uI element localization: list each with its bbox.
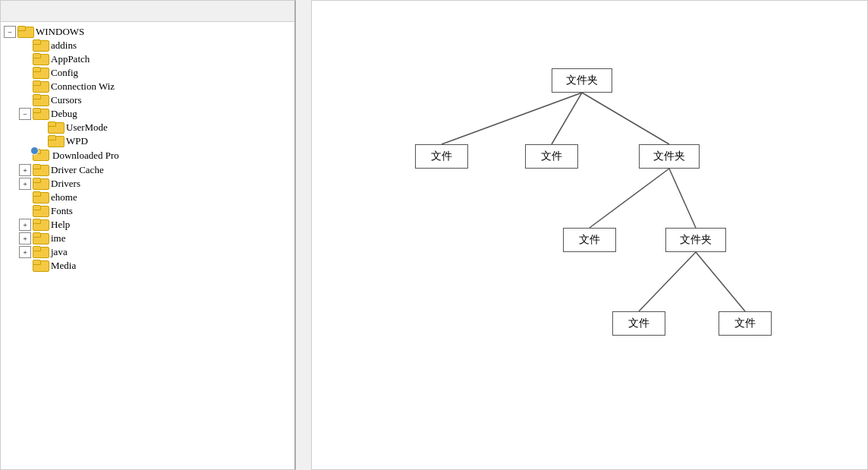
tree-item-label: Fonts	[51, 205, 73, 217]
diagram-node-label: 文件夹	[653, 150, 685, 163]
folder-icon	[33, 108, 48, 120]
folder-icon	[33, 246, 48, 258]
svg-line-2	[582, 93, 669, 144]
tree-item-label: Debug	[51, 108, 77, 120]
tree-item[interactable]: +Drivers	[1, 177, 294, 191]
diagram-node-label: 文件	[431, 150, 452, 163]
expand-placeholder	[19, 205, 31, 217]
expand-placeholder	[19, 67, 31, 79]
svg-line-6	[696, 252, 745, 311]
svg-line-4	[669, 169, 696, 228]
expand-placeholder	[19, 39, 31, 52]
tree-item-label: Drivers	[51, 178, 80, 190]
svg-line-1	[552, 93, 582, 144]
tree-item[interactable]: AppPatch	[1, 52, 294, 66]
folder-icon	[33, 219, 48, 231]
folder-badge-icon	[30, 147, 39, 155]
folder-icon	[33, 164, 48, 176]
tree-item[interactable]: UserMode	[1, 121, 294, 134]
diagram-node-label: 文件夹	[566, 74, 598, 87]
diagram-node-label: 文件	[579, 233, 600, 247]
diagram-node: 文件夹	[665, 228, 726, 252]
tree-item[interactable]: Downloaded Pro	[1, 148, 294, 163]
tree-item-label: Downloaded Pro	[52, 150, 119, 162]
diagram-node: 文件夹	[639, 144, 700, 169]
expand-icon[interactable]: +	[19, 246, 31, 258]
expand-icon[interactable]: +	[19, 232, 31, 244]
tree-item-label: Media	[51, 260, 76, 272]
expand-icon[interactable]: +	[19, 178, 31, 190]
expand-placeholder	[19, 260, 31, 272]
tree-item[interactable]: WPD	[1, 134, 294, 148]
close-button[interactable]	[275, 5, 288, 18]
expand-placeholder	[19, 80, 31, 93]
folder-icon	[33, 205, 48, 217]
tree-item-label: Driver Cache	[51, 164, 104, 176]
diagram-node: 文件	[719, 311, 772, 336]
tree-item-label: ehome	[51, 191, 77, 203]
diagram-node: 文件	[563, 228, 616, 252]
tree-item[interactable]: +java	[1, 245, 294, 259]
tree-item[interactable]: Connection Wiz	[1, 80, 294, 93]
tree-item-label: WPD	[66, 135, 88, 147]
folder-icon	[33, 232, 48, 244]
folder-icon	[33, 191, 48, 203]
tree-item[interactable]: −WINDOWS	[1, 25, 294, 39]
tree-item-label: AppPatch	[51, 53, 90, 65]
folder-icon	[33, 178, 48, 190]
tree-item[interactable]: Fonts	[1, 204, 294, 218]
tree-item[interactable]: +ime	[1, 232, 294, 245]
folder-icon	[48, 135, 63, 147]
diagram-container: 文件夹文件文件文件夹文件文件夹文件文件	[370, 53, 810, 418]
tree-item-label: Cursors	[51, 94, 81, 106]
tree-item[interactable]: ehome	[1, 191, 294, 204]
expand-placeholder	[19, 150, 31, 162]
diagram-node-label: 文件	[628, 317, 649, 330]
folder-icon	[17, 26, 33, 38]
folder-icon	[33, 94, 48, 106]
diagram-node: 文件夹	[552, 68, 612, 93]
tree-item[interactable]: −Debug	[1, 107, 294, 121]
expand-icon[interactable]: +	[19, 164, 31, 176]
diagram-panel: 文件夹文件文件文件夹文件文件夹文件文件	[311, 0, 868, 470]
tree-item[interactable]: +Help	[1, 218, 294, 232]
diagram-node-label: 文件	[734, 317, 756, 330]
tree-item-label: Connection Wiz	[51, 80, 115, 93]
expand-placeholder	[19, 94, 31, 106]
tree-item-label: UserMode	[66, 121, 108, 134]
tree-item-label: WINDOWS	[36, 26, 84, 38]
expand-placeholder	[34, 135, 46, 147]
collapse-icon[interactable]: −	[4, 26, 16, 38]
tree-item[interactable]: Config	[1, 66, 294, 80]
tree-item-label: Config	[51, 67, 78, 79]
folder-icon	[33, 80, 48, 93]
folder-icon	[48, 121, 63, 134]
svg-line-3	[590, 169, 669, 228]
expand-placeholder	[19, 191, 31, 203]
diagram-node: 文件	[415, 144, 468, 169]
file-tree-panel: −WINDOWSaddinsAppPatchConfigConnection W…	[0, 0, 296, 470]
expand-placeholder	[34, 121, 46, 134]
diagram-node: 文件	[612, 311, 665, 336]
tree-item-label: java	[51, 246, 68, 258]
expand-icon[interactable]: +	[19, 219, 31, 231]
diagram-node-label: 文件夹	[680, 233, 712, 247]
expand-placeholder	[19, 53, 31, 65]
tree-item-label: ime	[51, 232, 66, 244]
tree-item-label: addins	[51, 39, 77, 52]
diagram-node: 文件	[525, 144, 578, 169]
tree-item[interactable]: +Driver Cache	[1, 163, 294, 177]
tree-item[interactable]: Media	[1, 259, 294, 273]
folder-icon	[33, 39, 48, 52]
tree-container[interactable]: −WINDOWSaddinsAppPatchConfigConnection W…	[1, 22, 294, 469]
folder-icon	[33, 67, 48, 79]
panel-header	[1, 1, 294, 22]
tree-item[interactable]: addins	[1, 39, 294, 52]
tree-item[interactable]: Cursors	[1, 93, 294, 107]
svg-line-0	[442, 93, 582, 144]
svg-line-5	[639, 252, 696, 311]
folder-icon	[33, 260, 48, 272]
diagram-node-label: 文件	[541, 150, 562, 163]
tree-item-label: Help	[51, 219, 70, 231]
collapse-icon[interactable]: −	[19, 108, 31, 120]
